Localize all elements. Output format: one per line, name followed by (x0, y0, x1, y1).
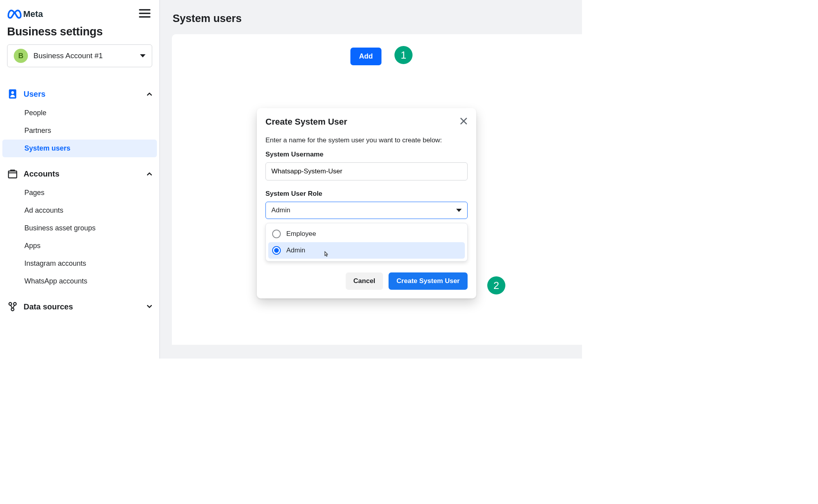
caret-down-icon (456, 209, 462, 212)
role-label: System User Role (265, 190, 468, 198)
close-icon (460, 117, 468, 125)
nav-item-apps[interactable]: Apps (0, 237, 159, 255)
accounts-icon (7, 168, 18, 179)
radio-icon (272, 246, 281, 255)
nav-item-partners[interactable]: Partners (0, 122, 159, 140)
users-icon (7, 88, 18, 99)
nav-item-whatsapp-accounts[interactable]: WhatsApp accounts (0, 272, 159, 290)
hamburger-menu-button[interactable] (137, 7, 152, 21)
svg-point-4 (13, 303, 16, 305)
role-option-employee[interactable]: Employee (268, 226, 465, 242)
svg-point-5 (11, 308, 14, 311)
option-label: Admin (286, 246, 305, 254)
role-select-value: Admin (271, 206, 290, 214)
account-avatar: B (14, 49, 28, 63)
chevron-up-icon (147, 171, 152, 177)
nav-header-label: Accounts (24, 169, 141, 178)
callout-badge-2: 2 (487, 276, 505, 294)
sidebar-title: Business settings (7, 25, 152, 38)
svg-point-1 (11, 91, 14, 94)
brand-name: Meta (23, 9, 43, 19)
nav-item-people[interactable]: People (0, 104, 159, 122)
nav-item-instagram-accounts[interactable]: Instagram accounts (0, 255, 159, 272)
account-label: Business Account #1 (33, 52, 134, 60)
svg-rect-2 (9, 171, 17, 178)
nav-header-label: Users (24, 90, 141, 99)
callout-badge-1: 1 (394, 46, 413, 64)
nav-header-accounts[interactable]: Accounts (7, 166, 152, 182)
create-system-user-dialog: Create System User Enter a name for the … (257, 108, 476, 298)
role-options-dropdown: Employee Admin (265, 223, 468, 261)
main-content: System users Add 1 2 Create System User … (159, 0, 582, 359)
nav-header-data-sources[interactable]: Data sources (7, 299, 152, 315)
meta-logo-icon (7, 9, 22, 19)
cursor-pointer-icon (322, 251, 330, 261)
dialog-instruction: Enter a name for the system user you wan… (265, 136, 468, 144)
system-username-input[interactable] (265, 162, 468, 180)
caret-down-icon (140, 54, 146, 57)
nav-group-users: Users People Partners System users (7, 86, 152, 157)
hamburger-icon (139, 9, 151, 18)
nav-group-data-sources: Data sources (7, 299, 152, 315)
nav-item-pages[interactable]: Pages (0, 184, 159, 202)
nav-header-users[interactable]: Users (7, 86, 152, 102)
nav-item-system-users[interactable]: System users (2, 140, 157, 157)
account-selector[interactable]: B Business Account #1 (7, 44, 152, 67)
chevron-down-icon (147, 304, 152, 309)
nav-item-business-asset-groups[interactable]: Business asset groups (0, 219, 159, 237)
system-user-role-select[interactable]: Admin (265, 202, 468, 219)
username-label: System Username (265, 151, 468, 158)
dialog-header: Create System User (265, 117, 468, 127)
svg-point-3 (9, 303, 12, 305)
nav-items-users: People Partners System users (0, 104, 159, 157)
create-system-user-button[interactable]: Create System User (389, 272, 468, 290)
nav-header-label: Data sources (24, 302, 141, 311)
nav-item-ad-accounts[interactable]: Ad accounts (0, 202, 159, 219)
dialog-close-button[interactable] (460, 117, 468, 127)
meta-logo: Meta (7, 9, 43, 19)
page-title: System users (160, 0, 582, 34)
option-label: Employee (286, 230, 316, 238)
sidebar-header: Meta (7, 7, 152, 21)
dialog-actions: Cancel Create System User (265, 272, 468, 290)
nav-items-accounts: Pages Ad accounts Business asset groups … (0, 184, 159, 290)
nav-group-accounts: Accounts Pages Ad accounts Business asse… (7, 166, 152, 290)
add-button[interactable]: Add (350, 48, 381, 65)
chevron-up-icon (147, 91, 152, 97)
radio-icon (272, 230, 281, 238)
role-option-admin[interactable]: Admin (268, 242, 465, 259)
dialog-title: Create System User (265, 117, 347, 127)
data-sources-icon (7, 301, 18, 312)
sidebar: Meta Business settings B Business Accoun… (0, 0, 159, 359)
content-panel: Add 1 2 Create System User Enter a name … (172, 34, 582, 345)
cancel-button[interactable]: Cancel (346, 272, 383, 290)
